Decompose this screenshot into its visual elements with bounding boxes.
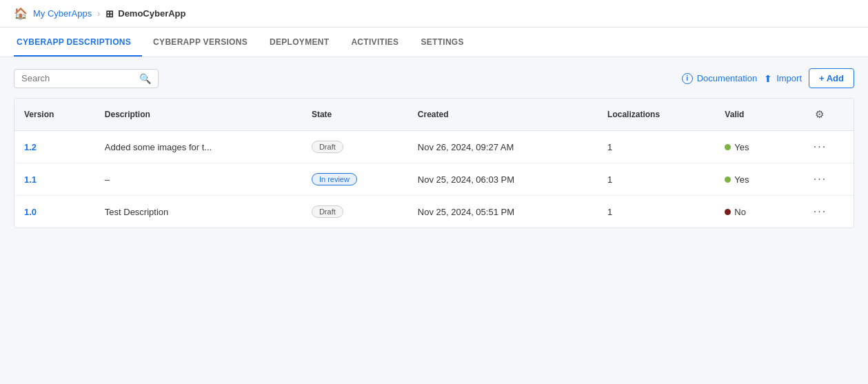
cell-version-1: 1.1 <box>14 163 95 196</box>
table-row: 1.0 Test Description Draft Nov 25, 2024,… <box>14 196 854 228</box>
grid-icon: ⊞ <box>105 8 114 19</box>
table-row: 1.1 – In review Nov 25, 2024, 06:03 PM 1… <box>14 163 854 196</box>
toolbar-right: i Documentation ⬆ Import + Add <box>682 68 854 88</box>
cell-localizations-1: 1 <box>598 163 715 196</box>
version-link-0[interactable]: 1.2 <box>24 142 37 152</box>
breadcrumb-separator: › <box>97 9 100 19</box>
col-version: Version <box>14 99 95 131</box>
cell-state-1: In review <box>302 163 408 196</box>
state-badge-0: Draft <box>312 141 343 153</box>
cell-valid-0: Yes <box>715 131 786 163</box>
col-description: Description <box>95 99 302 131</box>
cell-version-0: 1.2 <box>14 131 95 163</box>
state-badge-1: In review <box>312 173 357 185</box>
col-actions: ⚙ <box>787 99 854 131</box>
cell-created-0: Nov 26, 2024, 09:27 AM <box>408 131 598 163</box>
import-icon: ⬆ <box>764 73 772 84</box>
content-area: 🔍 i Documentation ⬆ Import + Add Version… <box>0 57 868 374</box>
version-link-1[interactable]: 1.1 <box>24 174 37 185</box>
home-icon: 🏠 <box>14 7 28 20</box>
info-icon: i <box>682 73 693 84</box>
top-bar: 🏠 My CyberApps › ⊞ DemoCyberApp <box>0 0 868 28</box>
search-input[interactable] <box>21 73 135 83</box>
valid-dot-2 <box>725 209 731 215</box>
tab-cyberapp-versions[interactable]: CYBERAPP VERSIONS <box>142 28 259 57</box>
add-button[interactable]: + Add <box>809 68 854 88</box>
cell-state-2: Draft <box>302 196 408 228</box>
row-actions-button-0[interactable]: ··· <box>809 139 831 154</box>
cell-localizations-2: 1 <box>598 196 715 228</box>
valid-label-1: Yes <box>734 174 749 185</box>
version-link-2[interactable]: 1.0 <box>24 207 37 217</box>
import-button[interactable]: ⬆ Import <box>764 73 802 84</box>
cell-version-2: 1.0 <box>14 196 95 228</box>
tab-cyberapp-descriptions[interactable]: CYBERAPP DESCRIPTIONS <box>14 28 142 57</box>
cell-description-0: Added some images for t... <box>95 131 302 163</box>
cell-actions-0: ··· <box>787 131 854 163</box>
cell-created-1: Nov 25, 2024, 06:03 PM <box>408 163 598 196</box>
documentation-button[interactable]: i Documentation <box>682 73 757 84</box>
valid-label-2: No <box>734 207 746 217</box>
row-actions-button-1[interactable]: ··· <box>809 172 831 187</box>
gear-button[interactable]: ⚙ <box>812 105 827 123</box>
cell-localizations-0: 1 <box>598 131 715 163</box>
cell-description-1: – <box>95 163 302 196</box>
cell-created-2: Nov 25, 2024, 05:51 PM <box>408 196 598 228</box>
col-state: State <box>302 99 408 131</box>
cell-valid-1: Yes <box>715 163 786 196</box>
valid-label-0: Yes <box>734 142 749 152</box>
search-icon: 🔍 <box>139 73 151 84</box>
tab-deployment[interactable]: DEPLOYMENT <box>259 28 340 57</box>
state-badge-2: Draft <box>312 205 343 218</box>
tab-activities[interactable]: ACTIVITIES <box>340 28 410 57</box>
tab-settings[interactable]: SETTINGS <box>410 28 474 57</box>
valid-dot-1 <box>725 176 731 183</box>
cell-state-0: Draft <box>302 131 408 163</box>
valid-dot-0 <box>725 144 731 150</box>
col-valid: Valid <box>715 99 786 131</box>
cell-actions-2: ··· <box>787 196 854 228</box>
breadcrumb-home-link[interactable]: My CyberApps <box>33 8 92 19</box>
tabs-bar: CYBERAPP DESCRIPTIONS CYBERAPP VERSIONS … <box>0 28 868 57</box>
cell-actions-1: ··· <box>787 163 854 196</box>
cell-description-2: Test Description <box>95 196 302 228</box>
descriptions-table: Version Description State Created Locali… <box>14 98 854 228</box>
row-actions-button-2[interactable]: ··· <box>809 204 831 219</box>
table-row: 1.2 Added some images for t... Draft Nov… <box>14 131 854 163</box>
search-box[interactable]: 🔍 <box>14 69 159 88</box>
breadcrumb-current: ⊞ DemoCyberApp <box>105 8 185 19</box>
cell-valid-2: No <box>715 196 786 228</box>
col-created: Created <box>408 99 598 131</box>
toolbar: 🔍 i Documentation ⬆ Import + Add <box>14 68 854 88</box>
col-localizations: Localizations <box>598 99 715 131</box>
